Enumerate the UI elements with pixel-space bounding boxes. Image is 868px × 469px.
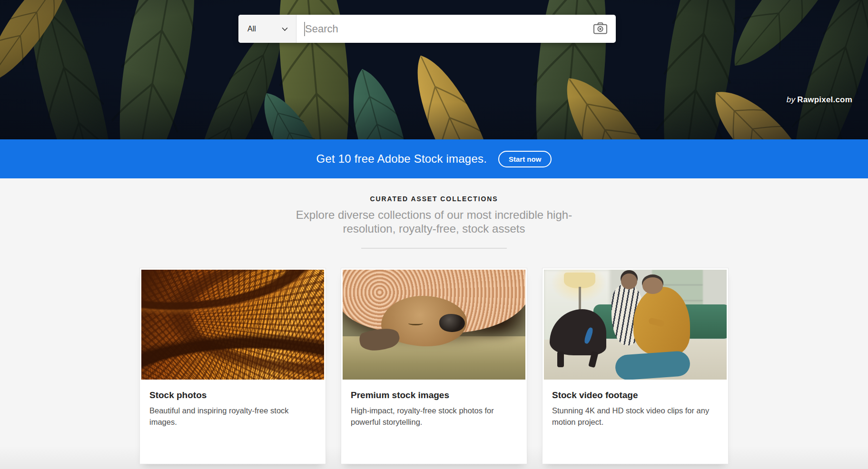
card-title: Premium stock images bbox=[351, 390, 517, 401]
section-eyebrow: CURATED ASSET COLLECTIONS bbox=[0, 195, 868, 203]
sleeping-dog-photo bbox=[343, 270, 525, 380]
image-attribution-link[interactable]: byRawpixel.com bbox=[787, 95, 852, 105]
dog-leg-shape bbox=[557, 352, 564, 367]
promo-banner: Get 10 free Adobe Stock images. Start no… bbox=[0, 139, 868, 178]
card-body: Premium stock images High-impact, royalt… bbox=[341, 381, 527, 429]
card-stock-video-footage[interactable]: Stock video footage Stunning 4K and HD s… bbox=[542, 268, 729, 464]
arm-shape bbox=[648, 317, 665, 327]
stock-search-bar: All bbox=[238, 15, 616, 43]
promo-message: Get 10 free Adobe Stock images. bbox=[316, 152, 487, 166]
teal-jeans-shape bbox=[614, 351, 691, 380]
dog-nose-shape bbox=[439, 314, 465, 332]
search-scope-dropdown[interactable]: All bbox=[238, 15, 296, 43]
mushroom-gills-photo bbox=[141, 270, 324, 380]
chevron-down-icon bbox=[282, 25, 288, 33]
curated-collections-section: CURATED ASSET COLLECTIONS Explore divers… bbox=[0, 178, 868, 469]
head-shape bbox=[642, 277, 663, 293]
attribution-prefix: by bbox=[787, 95, 795, 104]
card-description: Beautiful and inspiring royalty-free sto… bbox=[149, 405, 316, 429]
dog-eye-shape bbox=[408, 321, 423, 325]
camera-icon bbox=[593, 22, 608, 36]
search-input[interactable] bbox=[305, 15, 584, 43]
head-shape bbox=[621, 274, 637, 290]
card-description: Stunning 4K and HD stock video clips for… bbox=[552, 405, 719, 429]
search-scope-value: All bbox=[247, 25, 256, 33]
collection-cards-row: Stock photos Beautiful and inspiring roy… bbox=[0, 268, 868, 464]
visual-search-button[interactable] bbox=[584, 22, 616, 36]
section-divider bbox=[361, 248, 507, 249]
card-title: Stock video footage bbox=[552, 390, 719, 401]
card-premium-stock-images[interactable]: Premium stock images High-impact, royalt… bbox=[341, 268, 527, 464]
dog-face-shape bbox=[381, 296, 467, 346]
search-input-area bbox=[296, 15, 616, 43]
card-stock-photos[interactable]: Stock photos Beautiful and inspiring roy… bbox=[139, 268, 326, 464]
dog-collar-shape bbox=[583, 327, 594, 345]
start-now-button[interactable]: Start now bbox=[498, 151, 552, 167]
card-body: Stock video footage Stunning 4K and HD s… bbox=[542, 381, 728, 429]
lamp-shade-shape bbox=[564, 273, 595, 288]
card-description: High-impact, royalty-free stock photos f… bbox=[351, 405, 517, 429]
hero-banner: All byRawpi bbox=[0, 0, 868, 139]
card-title: Stock photos bbox=[149, 390, 316, 401]
living-room-video-still bbox=[544, 270, 727, 380]
attribution-name: Rawpixel.com bbox=[797, 95, 852, 104]
subtitle-line: Explore diverse collections of our most … bbox=[0, 208, 868, 222]
section-subtitle: Explore diverse collections of our most … bbox=[0, 208, 868, 236]
card-body: Stock photos Beautiful and inspiring roy… bbox=[140, 381, 326, 429]
subtitle-line: resolution, royalty-free, stock assets bbox=[0, 222, 868, 235]
